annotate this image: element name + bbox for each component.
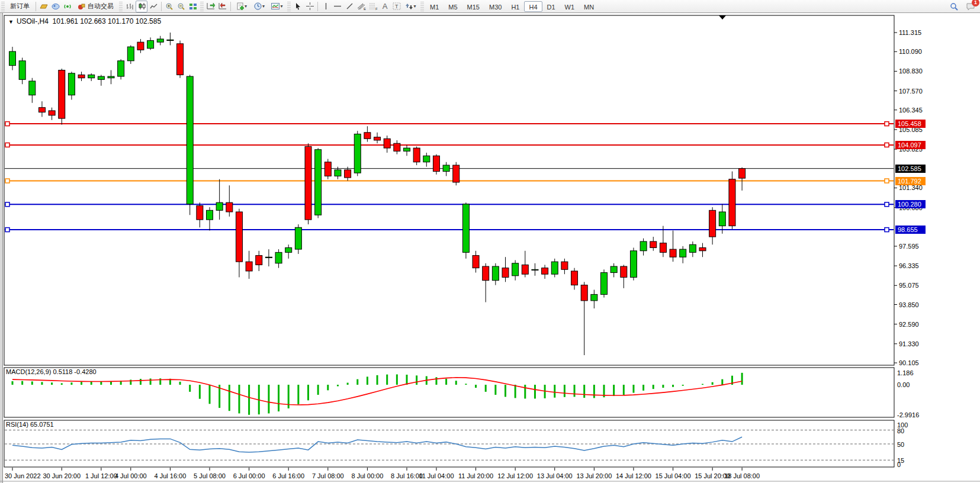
price-tag: 102.585 [895, 165, 926, 173]
time-tick-label: 7 Jul 08:00 [312, 472, 344, 479]
macd-tick-label: 1.186 [897, 369, 914, 376]
price-chart-canvas[interactable] [0, 0, 980, 483]
macd-indicator-label: MACD(12,26,9) 0.5118 -0.4280 [6, 368, 97, 375]
time-tick-label: 5 Jul 08:00 [194, 472, 226, 479]
time-tick-label: 8 Jul 16:00 [391, 472, 423, 479]
price-tag: 100.280 [895, 200, 926, 208]
time-tick-label: 6 Jul 00:00 [233, 472, 265, 479]
rsi-tick-label: 80 [897, 427, 904, 434]
price-tick-label: 93.850 [899, 301, 934, 308]
price-tick-label: 106.345 [899, 107, 934, 114]
time-tick-label: 15 Jul 04:00 [656, 472, 691, 479]
price-tick-label: 92.590 [899, 321, 934, 328]
price-tick-label: 91.330 [899, 340, 934, 347]
time-tick-label: 12 Jul 12:00 [497, 472, 533, 479]
symbol-period-label: USOil-,H4 [17, 17, 49, 25]
price-tag: 104.097 [895, 141, 926, 149]
time-tick-label: 6 Jul 16:00 [272, 472, 304, 479]
price-tick-label: 111.315 [899, 29, 934, 36]
time-tick-label: 11 Jul 04:00 [419, 472, 454, 479]
chart-symbol-title[interactable]: ▼USOil-,H4 101.961 102.663 101.170 102.5… [8, 17, 161, 25]
time-tick-label: 18 Jul 08:00 [724, 472, 760, 479]
rsi-tick-label: 0 [897, 461, 901, 468]
time-tick-label: 8 Jul 00:00 [351, 472, 383, 479]
time-tick-label: 13 Jul 04:00 [537, 472, 573, 479]
time-tick-label: 30 Jun 2022 [5, 472, 41, 479]
price-tick-label: 96.335 [899, 262, 934, 269]
macd-tick-label: -2.9916 [897, 411, 919, 418]
price-tag: 105.458 [895, 120, 926, 128]
time-tick-label: 30 Jun 20:00 [43, 472, 81, 479]
rsi-indicator-label: RSI(14) 65.0751 [6, 421, 54, 428]
trading-terminal-window: 新订单 自动交易 [0, 0, 980, 483]
price-tick-label: 107.570 [899, 88, 934, 95]
price-tick-label: 110.090 [899, 48, 934, 55]
price-tag: 98.655 [895, 226, 926, 234]
chevron-down-icon[interactable]: ▼ [8, 19, 14, 25]
price-tick-label: 97.595 [899, 243, 934, 250]
time-tick-label: 1 Jul 12:00 [85, 472, 117, 479]
time-tick-label: 4 Jul 16:00 [154, 472, 186, 479]
price-tick-label: 108.830 [899, 67, 934, 75]
price-tag: 101.792 [895, 177, 926, 185]
time-tick-label: 11 Jul 20:00 [458, 472, 493, 479]
time-tick-label: 13 Jul 20:00 [576, 472, 612, 479]
price-tick-label: 90.105 [899, 359, 934, 366]
macd-tick-label: 0.00 [897, 381, 910, 388]
ohlc-values: 101.961 102.663 101.170 102.585 [53, 17, 162, 25]
time-tick-label: 14 Jul 12:00 [616, 472, 651, 479]
price-tick-label: 101.340 [899, 184, 934, 191]
time-tick-label: 4 Jul 00:00 [115, 472, 147, 479]
rsi-tick-label: 50 [897, 441, 904, 448]
price-tick-label: 95.075 [899, 282, 934, 289]
